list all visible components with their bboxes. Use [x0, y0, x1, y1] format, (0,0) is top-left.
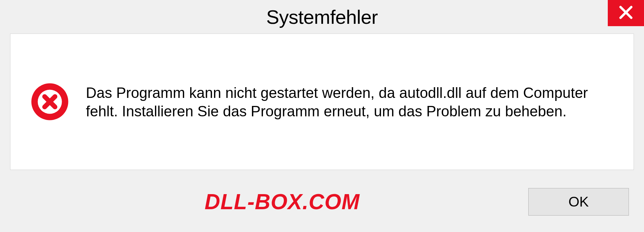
watermark-text: DLL-BOX.COM — [205, 189, 360, 214]
content-area: Das Programm kann nicht gestartet werden… — [10, 34, 634, 170]
dialog-footer: DLL-BOX.COM OK — [0, 180, 644, 232]
ok-button[interactable]: OK — [528, 188, 629, 216]
close-icon — [619, 5, 633, 21]
dialog-title: Systemfehler — [266, 6, 378, 28]
titlebar: Systemfehler — [0, 0, 644, 34]
error-dialog: Systemfehler Das Programm kann nicht ges… — [0, 0, 644, 232]
close-button[interactable] — [608, 0, 644, 26]
error-icon — [31, 82, 69, 121]
error-message: Das Programm kann nicht gestartet werden… — [86, 83, 613, 120]
